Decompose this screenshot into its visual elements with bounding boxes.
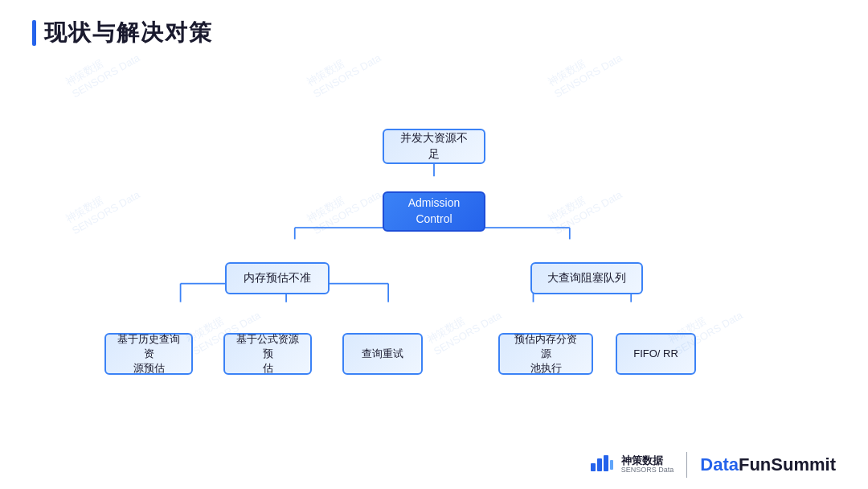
sensors-icon: [589, 452, 615, 478]
node-memory: 内存预估不准: [225, 262, 330, 294]
page-title: 现状与解决对策: [44, 18, 213, 48]
node-history: 基于历史查询资 源预估: [104, 333, 193, 375]
svg-rect-16: [604, 455, 608, 471]
tree-lines: [0, 56, 868, 441]
node-formula: 基于公式资源预 估: [223, 333, 312, 375]
tree-diagram: 并发大资源不足 Admission Control 内存预估不准 大查询阻塞队列…: [0, 56, 868, 441]
footer-divider: [686, 452, 687, 478]
brand-zh: 神策数据: [621, 455, 674, 466]
node-queue: 大查询阻塞队列: [530, 262, 643, 294]
node-admission-control: Admission Control: [383, 191, 485, 232]
brand-logo: 神策数据 SENSORS Data: [589, 452, 674, 478]
page-title-area: 现状与解决对策: [32, 18, 213, 48]
svg-rect-15: [597, 458, 602, 471]
node-retry: 查询重试: [342, 333, 423, 375]
svg-rect-14: [591, 463, 596, 471]
node-root: 并发大资源不足: [383, 129, 485, 164]
footer: 神策数据 SENSORS Data DataFunSummit: [589, 452, 836, 478]
title-bar: [32, 20, 36, 46]
summit-text: DataFunSummit: [700, 454, 836, 475]
node-fifo: FIFO/ RR: [616, 333, 696, 375]
node-pool: 预估内存分资源 池执行: [498, 333, 593, 375]
brand-en: SENSORS Data: [621, 466, 674, 475]
svg-rect-17: [610, 460, 613, 470]
brand-name: 神策数据 SENSORS Data: [621, 455, 674, 475]
